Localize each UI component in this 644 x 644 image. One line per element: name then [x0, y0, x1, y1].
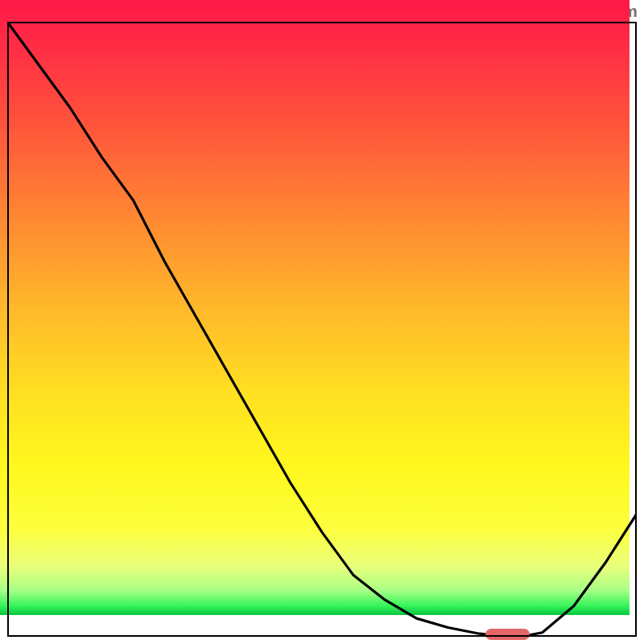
chart-background-gradient: [0, 0, 630, 615]
optimal-marker: [485, 629, 530, 640]
